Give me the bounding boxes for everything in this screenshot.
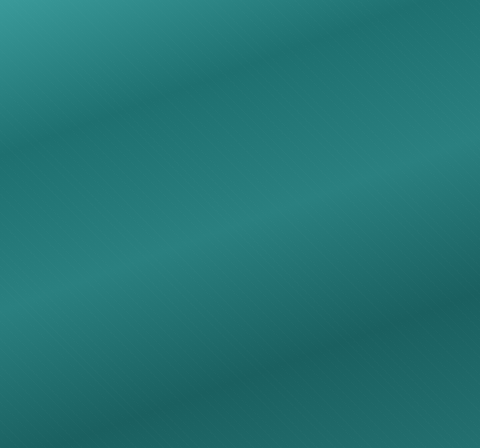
- main-container: × ≫ Layers ≡ 🔍 Kind ▣ ◑ T ⬡ ⊙ ●: [0, 0, 480, 448]
- canvas-area: [0, 0, 480, 448]
